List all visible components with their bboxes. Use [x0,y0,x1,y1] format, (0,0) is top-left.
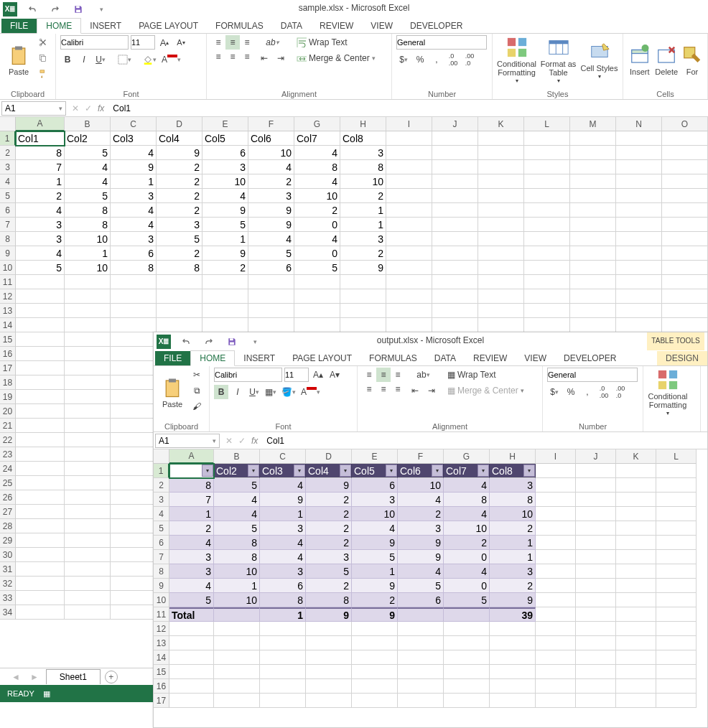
cell[interactable]: 4 [444,478,490,493]
cell[interactable]: 4 [398,493,444,507]
bold-button[interactable]: B [214,385,228,399]
tab-page-layout[interactable]: PAGE LAYOUT [284,351,360,365]
cell[interactable]: Total [169,607,214,622]
cell[interactable]: 9 [352,536,398,550]
cell[interactable] [386,160,432,174]
cell[interactable] [570,318,616,332]
cell[interactable] [111,275,157,289]
cell[interactable] [386,275,432,289]
cell[interactable] [576,521,616,536]
cell[interactable] [65,318,111,332]
cell[interactable] [16,375,65,390]
cell[interactable]: 1 [490,536,536,550]
cell[interactable] [65,433,111,447]
tab-view[interactable]: VIEW [362,19,401,33]
cell[interactable]: 4 [248,160,294,174]
cell[interactable]: 4 [260,536,306,550]
cell[interactable] [536,636,576,650]
formula-input[interactable] [110,103,707,113]
cell[interactable] [576,665,616,679]
cell[interactable]: 2 [490,579,536,593]
cell[interactable]: 1 [352,564,398,579]
cell[interactable] [662,218,708,232]
cell[interactable]: 2 [16,189,65,203]
wrap-text-button[interactable]: Wrap Text [295,35,374,50]
cell[interactable] [386,203,432,218]
cell[interactable] [111,562,157,577]
cell[interactable]: 6 [352,478,398,493]
row-header[interactable]: 29 [0,533,16,548]
cell[interactable]: Col6 [248,131,294,146]
increase-decimal-icon[interactable]: .0.00 [597,385,611,399]
cell[interactable]: 3 [248,189,294,203]
cell[interactable] [214,679,260,694]
cell[interactable]: 3 [306,550,352,564]
accounting-format-icon[interactable]: $ [396,52,411,67]
cell[interactable] [616,464,656,478]
cell[interactable] [570,174,616,189]
cell[interactable]: 10 [65,261,111,275]
cell[interactable] [65,519,111,533]
cell[interactable] [536,536,576,550]
cell[interactable]: 9 [340,261,386,275]
cell[interactable] [398,694,444,708]
cell[interactable] [524,232,570,246]
italic-button[interactable]: I [230,385,245,399]
cell[interactable] [65,605,111,620]
cell[interactable] [16,605,65,620]
cell[interactable]: 5 [294,261,340,275]
cell[interactable] [536,579,576,593]
row-header[interactable]: 12 [0,289,16,304]
cell[interactable] [111,289,157,304]
cell[interactable]: 9 [306,478,352,493]
cell[interactable]: 8 [306,593,352,607]
cell[interactable] [157,275,202,289]
column-header[interactable]: D [306,449,352,464]
row-header[interactable]: 17 [154,694,169,708]
cell[interactable] [576,694,616,708]
cell[interactable] [386,189,432,203]
cell[interactable] [340,304,386,318]
cell[interactable]: 4 [202,189,248,203]
cell[interactable] [478,189,524,203]
align-center-icon[interactable]: ≡ [376,382,391,396]
cell[interactable] [478,160,524,174]
cell[interactable]: 4 [398,564,444,579]
cell[interactable] [576,493,616,507]
cell[interactable]: 1 [214,579,260,593]
cell[interactable] [662,232,708,246]
cell[interactable] [478,304,524,318]
cell[interactable] [662,146,708,160]
filter-dropdown-icon[interactable]: ▾ [294,465,305,477]
cell[interactable] [386,146,432,160]
bold-button[interactable]: B [60,52,75,67]
cell[interactable] [111,505,157,519]
cell[interactable] [616,679,656,694]
cell[interactable]: 1 [340,218,386,232]
font-size-select[interactable] [131,35,155,50]
format-cells-button[interactable]: For [681,35,703,85]
cell[interactable] [16,433,65,447]
cell[interactable]: 2 [157,203,202,218]
tab-data[interactable]: DATA [426,351,465,365]
cell[interactable] [536,622,576,636]
cell[interactable] [616,261,662,275]
cell[interactable]: 1 [260,507,306,521]
cell[interactable] [169,636,214,650]
cell[interactable]: 1 [340,203,386,218]
cell[interactable] [616,203,662,218]
cell[interactable] [398,607,444,622]
cell[interactable]: 3 [398,521,444,536]
cell[interactable]: 10 [65,232,111,246]
cell[interactable]: 3 [260,564,306,579]
cell[interactable] [16,577,65,591]
cell[interactable] [662,318,708,332]
row-header[interactable]: 6 [154,536,169,550]
cell[interactable] [65,462,111,476]
cell[interactable] [111,419,157,433]
cell[interactable] [570,189,616,203]
cell[interactable]: 5 [352,550,398,564]
cell[interactable] [570,304,616,318]
cell[interactable]: 10 [248,146,294,160]
cell[interactable]: 0 [444,550,490,564]
